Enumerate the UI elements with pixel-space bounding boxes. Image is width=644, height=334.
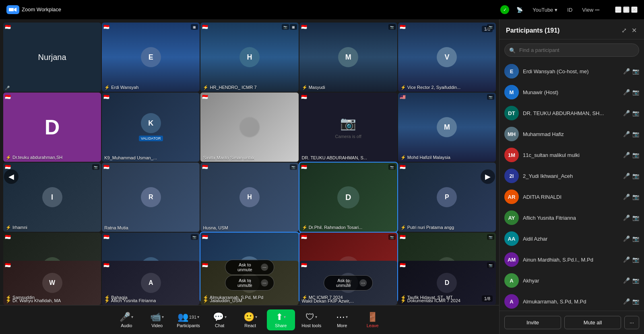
flag-badge: 🇮🇩 (103, 234, 109, 240)
page-indicator-bottom: 1/8 (482, 295, 493, 302)
main-area: Nurjana 🎤 🇮🇩 E 🇮🇩 ▦ ⚡ Erdi Wansyah H (0, 19, 644, 334)
leave-tool[interactable]: 🚪 Leave (359, 310, 387, 330)
participant-row-aditia[interactable]: AR ADITIA RINALDI 🎤 📷 (500, 186, 644, 207)
video-cell-k9-muhammad[interactable]: K VALIDATOR 🇮🇩 K9_Muhammad Usman_... (102, 93, 200, 162)
participant-row-dr-teuku[interactable]: DT DR. TEUKU ABDURAHMAN, SH... 🎤 📷 (500, 103, 644, 124)
participant-row-munawir[interactable]: M Munawir (Host) 🎤 📷 (500, 82, 644, 103)
ask-unmute-button-wakil-dekan[interactable]: Ask to unmute ··· (324, 275, 373, 291)
more-icon: ⋯ (336, 312, 345, 322)
flag-badge: 🇲🇾 (400, 94, 406, 100)
participant-row-ainun[interactable]: AM Ainun Mardhiah, S.Pd.I., M.Pd 🎤 📷 (500, 249, 644, 270)
video-cell-nurjana[interactable]: Nurjana 🎤 🇮🇩 (3, 23, 101, 92)
video-cell-erdi-wansyah[interactable]: E 🇮🇩 ▦ ⚡ Erdi Wansyah (102, 23, 200, 92)
next-page-button[interactable]: ▶ (481, 169, 495, 184)
video-tool[interactable]: 📹 ▾ Video (143, 310, 171, 330)
participants-tool[interactable]: 👥 191 ▾ Participants (173, 310, 203, 330)
flag-badge: 🇮🇩 (301, 164, 307, 170)
avatar-munawir: M (504, 85, 519, 99)
video-cell-irhamni[interactable]: I 🇮🇩 📷 ⚡ Irhamni (3, 163, 101, 232)
flag-badge: 🇮🇩 (103, 164, 109, 170)
participants-icon: 👥 (178, 312, 188, 322)
cam-icon: 📷 (632, 131, 639, 137)
avatar-aflich-yusnita: AY (504, 210, 519, 225)
panel-header: Participants (191) ⤢ ✕ (500, 19, 644, 39)
participant-row-almukarramah[interactable]: A Almukarramah, S.Pd, M.Pd 🎤 📷 (500, 291, 644, 311)
cam-icon: 📷 (632, 110, 639, 116)
view-button[interactable]: View ▪▪▪▪ (580, 5, 607, 14)
avatar-dr-teuku: DT (504, 106, 519, 120)
video-cell-husna[interactable]: H 🇮🇩 📷 Husna, USM (200, 163, 298, 232)
panel-popout-button[interactable]: ⤢ (621, 26, 627, 35)
video-cell-dokumentasi[interactable]: D 🇮🇩 📷 ⚡ Dokumentasi ICMR 7 2024 (398, 261, 496, 305)
participant-row-2-yudi[interactable]: 2I 2_Yudi Ikhwani_Aceh 🎤 📷 (500, 165, 644, 186)
video-cell-dr-teuku[interactable]: D 🇮🇩 ⚡ Dr.teuku abdurahman,SH (3, 93, 101, 162)
search-box: 🔍 (504, 43, 639, 57)
video-cell-hr-hendro[interactable]: H 🇮🇩 📷▦ ⚡ HR_HENDRO_ ICMR 7 (200, 23, 298, 92)
audio-tool[interactable]: 🎤 ▾ Audio (112, 310, 140, 330)
close-button[interactable]: ✕ (631, 6, 638, 13)
host-tools-tool[interactable]: 🛡 ▾ Host tools (297, 310, 326, 330)
panel-actions: ⤢ ✕ (621, 26, 638, 35)
chat-icon: 💬 (213, 312, 224, 322)
mic-muted-icon: 🎤 (623, 235, 630, 242)
cam-off-icon: 📷 (632, 277, 639, 284)
avatar-2-yudi: 2I (504, 169, 519, 183)
participants-list: E Erdi Wansyah (Co-host, me) 🎤 📷 M Munaw… (500, 61, 644, 311)
video-cell-dr-phil[interactable]: D 🇮🇩 📷 ⚡ Dr.Phil. Rahmadon Tosari... (299, 163, 397, 232)
invite-button[interactable]: Invite (504, 316, 561, 329)
video-icon: 📹 (150, 312, 161, 322)
ask-unmute-button-jalaluddin[interactable]: Ask to unmute ··· (225, 275, 274, 291)
participant-row-erdi[interactable]: E Erdi Wansyah (Co-host, me) 🎤 📷 (500, 61, 644, 82)
participant-row-akhyar[interactable]: A Akhyar 🎤 📷 (500, 270, 644, 291)
mic-muted-icon: 🎤 (623, 256, 630, 263)
maximize-button[interactable]: ❐ (623, 6, 630, 13)
video-cell-dr-wahyu[interactable]: W 🇮🇩 ⚡ Dr. Wahyu Khafidah, MA (3, 261, 101, 305)
video-cell-vice-rector[interactable]: V 🇮🇩 📷 ⚡ Vice Rector 2, Syaifuddin... (398, 23, 496, 92)
participant-name-aidil: Aidil Azhar (523, 236, 619, 242)
video-cell-masyudi[interactable]: M 🇮🇩 📷 ⚡ Masyudi (299, 23, 397, 92)
video-cell-wakil-dekan[interactable]: W Ask to unmute ··· 🇮🇩 Wakil Dekan FKIP … (299, 261, 397, 305)
avatar-almukarramah: A (504, 294, 519, 309)
flag-badge: 🇮🇩 (103, 24, 109, 30)
participant-name-aflich-yusnita: Aflich Yusnita Fitrianna (523, 215, 619, 221)
react-tool[interactable]: 🙂 ▾ React (236, 310, 264, 330)
video-cell-sinitta[interactable]: 🇮🇩 Sinitta Marito Simanjuntak (200, 93, 298, 162)
search-participant-input[interactable] (504, 43, 639, 57)
video-cell-mohd-hafizil[interactable]: M 🇲🇾 📷 ⚡ Mohd Hafizil Malaysia (398, 93, 496, 162)
participant-row-muhammad-hafiz[interactable]: MH Muhammad Hafiz 🎤 📷 (500, 124, 644, 144)
flag-badge: 🇮🇩 (400, 24, 406, 30)
mic-muted-icon: 🎤 (623, 173, 630, 179)
avatar-erdi: E (504, 64, 519, 78)
participant-row-11c-sultan[interactable]: 1M 11c_sultan malikul mulki 🎤 📷 (500, 144, 644, 165)
panel-more-button[interactable]: ··· (624, 316, 639, 329)
flag-badge: 🇮🇩 (301, 24, 307, 30)
id-button[interactable]: ID (565, 5, 575, 14)
flag-badge: 🇮🇩 (103, 262, 109, 268)
avatar-11c-sultan: 1M (504, 148, 519, 162)
flag-badge: 🇮🇩 (5, 24, 11, 30)
participant-row-aflich-yusnita[interactable]: AY Aflich Yusnita Fitrianna 🎤 📷 (500, 207, 644, 228)
minimize-button[interactable]: — (615, 6, 621, 13)
avatar-aditia: AR (504, 190, 519, 204)
share-tool[interactable]: ⬆ ▾ Share (267, 309, 295, 330)
avatar-muhammad-hafiz: MH (504, 127, 519, 141)
prev-page-button[interactable]: ◀ (4, 169, 19, 184)
panel-close-button[interactable]: ✕ (631, 26, 638, 35)
video-cell-aflich[interactable]: A 🇮🇩 ⚡ Aflich Yusnita Fitrianna (102, 261, 200, 305)
mute-all-button[interactable]: Mute all (564, 316, 621, 329)
more-tool[interactable]: ⋯ ▾ More (328, 310, 356, 330)
toolbar: 🎤 ▾ Audio 📹 ▾ Video 👥 191 ▾ Participan (0, 305, 499, 334)
ask-unmute-button-almukarramah[interactable]: Ask to unmute ··· (225, 260, 274, 275)
avatar-akhyar: A (504, 273, 519, 288)
video-cell-ratna-mutia[interactable]: R 🇮🇩 Ratna Mutia (102, 163, 200, 232)
video-section: Nurjana 🎤 🇮🇩 E 🇮🇩 ▦ ⚡ Erdi Wansyah H (0, 19, 499, 334)
participant-row-aidil[interactable]: AA Aidil Azhar 🎤 📷 (500, 228, 644, 249)
youtube-button[interactable]: YouTube ▾ (530, 5, 560, 14)
chat-tool[interactable]: 💬 ▾ Chat (206, 310, 234, 330)
video-cell-dr-teuku-2[interactable]: 📷 Camera is off 🇮🇩 DR. TEUKU ABDURAHMAN,… (299, 93, 397, 162)
screenshare-icon[interactable]: 📡 (514, 5, 525, 14)
cam-off-icon: 📷 (632, 256, 639, 263)
audio-label: Audio (121, 323, 132, 328)
panel-footer: Invite Mute all ··· (500, 311, 644, 334)
window-controls: — ❐ ✕ (615, 6, 638, 13)
